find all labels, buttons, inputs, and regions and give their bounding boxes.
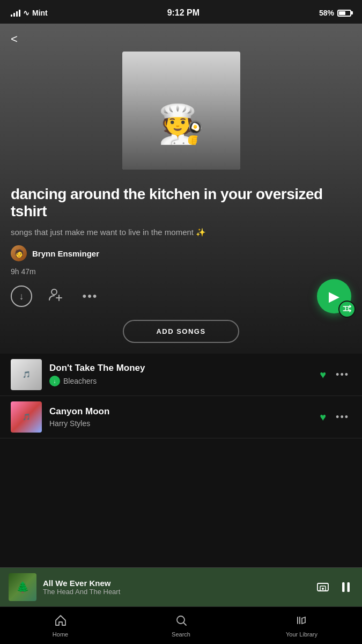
- svg-line-12: [302, 617, 305, 618]
- wifi-icon: ∿: [23, 9, 29, 17]
- playlist-cover-image: [122, 52, 240, 170]
- status-left: ∿ Mint: [11, 9, 48, 17]
- pause-button[interactable]: [338, 580, 353, 595]
- track-right: ♥ •••: [320, 409, 351, 425]
- cover-art-visual: [122, 52, 240, 170]
- track-artist-row: Harry Styles: [49, 419, 312, 428]
- playlist-info: dancing around the kitchen in your overs…: [0, 180, 362, 267]
- main-content: < dancing around the kitchen in your ove…: [0, 24, 362, 558]
- track-item: 🎵 Canyon Moon Harry Styles ♥ •••: [0, 396, 362, 438]
- shuffle-button[interactable]: [338, 301, 356, 318]
- home-nav-label: Home: [53, 631, 68, 638]
- like-icon[interactable]: ♥: [320, 411, 326, 423]
- track-thumbnail: 🎵: [11, 401, 42, 433]
- svg-point-0: [51, 289, 57, 295]
- track-item: 🎵 Don't Take The Money ↓ Bleachers ♥ •••: [0, 354, 362, 396]
- download-icon: ↓: [19, 291, 24, 302]
- status-right: 58%: [319, 9, 351, 17]
- add-songs-container: ADD SONGS: [0, 320, 362, 354]
- now-playing-title: All We Ever Knew: [43, 579, 309, 588]
- cast-device-button[interactable]: [316, 580, 330, 594]
- bottom-navigation: Home Search Your Library: [0, 606, 362, 644]
- shuffle-icon: [343, 304, 351, 314]
- track-title: Don't Take The Money: [49, 363, 312, 374]
- track-title: Canyon Moon: [49, 406, 312, 417]
- track-art-placeholder: 🎵: [23, 413, 31, 421]
- playlist-description: songs that just make me want to live in …: [11, 226, 351, 238]
- creator-row: 🧑 Brynn Ensminger: [11, 245, 351, 261]
- svg-rect-6: [342, 582, 345, 592]
- add-songs-button[interactable]: ADD SONGS: [123, 320, 239, 343]
- nav-item-home[interactable]: Home: [0, 610, 121, 642]
- duration-text: 9h 47m: [0, 267, 362, 276]
- carrier-label: Mint: [32, 9, 48, 17]
- np-art-placeholder: 🌲: [16, 581, 29, 594]
- now-playing-thumbnail: 🌲: [9, 573, 36, 601]
- now-playing-controls: [316, 580, 353, 595]
- track-info: Don't Take The Money ↓ Bleachers: [49, 363, 312, 386]
- add-user-icon: [48, 287, 63, 305]
- downloaded-indicator: ↓: [49, 376, 60, 386]
- creator-avatar: 🧑: [11, 245, 27, 261]
- now-playing-info: All We Ever Knew The Head And The Heart: [43, 579, 309, 596]
- track-right: ♥ •••: [320, 367, 351, 383]
- battery-percent: 58%: [319, 9, 334, 17]
- back-icon[interactable]: <: [11, 32, 18, 46]
- svg-line-9: [183, 623, 186, 625]
- status-bar: ∿ Mint 9:12 PM 58%: [0, 0, 362, 24]
- track-artist: Harry Styles: [49, 419, 90, 428]
- now-playing-bar: 🌲 All We Ever Knew The Head And The Hear…: [0, 567, 362, 606]
- playlist-title: dancing around the kitchen in your overs…: [11, 186, 351, 220]
- svg-point-5: [322, 588, 324, 590]
- svg-line-13: [302, 623, 305, 624]
- play-shuffle-group: ▶: [317, 279, 351, 313]
- battery-icon: [337, 10, 351, 17]
- track-artist: Bleachers: [63, 377, 97, 385]
- creator-name[interactable]: Brynn Ensminger: [32, 249, 99, 258]
- track-artist-row: ↓ Bleachers: [49, 376, 312, 386]
- track-list: 🎵 Don't Take The Money ↓ Bleachers ♥ •••…: [0, 354, 362, 438]
- track-more-button[interactable]: •••: [334, 409, 351, 425]
- time-display: 9:12 PM: [167, 8, 200, 18]
- search-nav-label: Search: [172, 631, 190, 638]
- track-art-placeholder: 🎵: [20, 369, 33, 380]
- play-icon: ▶: [329, 288, 339, 305]
- controls-row: ↓ ••• ▶: [0, 286, 362, 307]
- track-more-button[interactable]: •••: [334, 367, 351, 383]
- more-options-button[interactable]: •••: [79, 286, 101, 307]
- track-info: Canyon Moon Harry Styles: [49, 406, 312, 428]
- download-check-icon: ↓: [54, 378, 56, 384]
- home-icon: [54, 614, 67, 629]
- more-icon: •••: [82, 289, 98, 303]
- library-icon: [295, 614, 308, 629]
- now-playing-artist: The Head And The Heart: [43, 588, 309, 596]
- signal-icon: [11, 9, 20, 17]
- back-button[interactable]: <: [0, 24, 362, 52]
- nav-item-search[interactable]: Search: [121, 610, 241, 642]
- nav-item-library[interactable]: Your Library: [241, 610, 362, 642]
- search-icon: [175, 614, 188, 629]
- add-user-button[interactable]: [45, 286, 67, 307]
- track-thumbnail: 🎵: [11, 359, 42, 390]
- library-nav-label: Your Library: [286, 631, 317, 638]
- download-button[interactable]: ↓: [11, 286, 32, 307]
- album-art-container: [0, 52, 362, 180]
- svg-rect-7: [348, 582, 350, 592]
- like-icon[interactable]: ♥: [320, 369, 326, 381]
